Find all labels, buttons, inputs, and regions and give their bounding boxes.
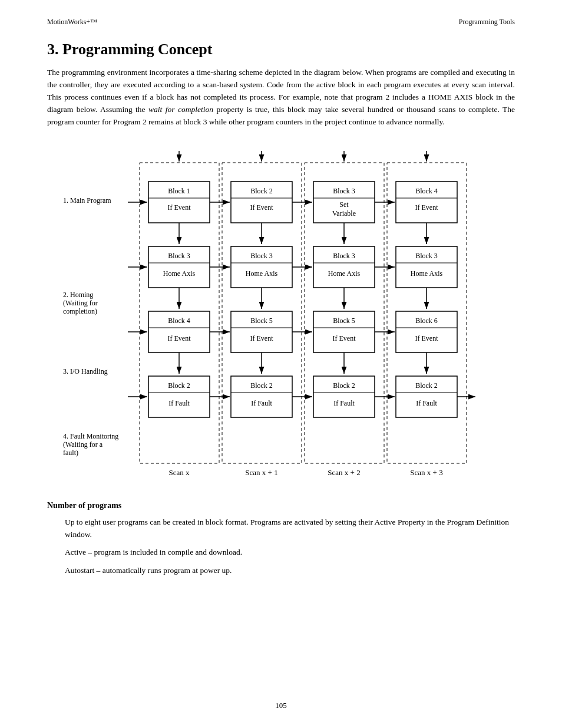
prog-label-2b: (Waiting for <box>63 299 98 307</box>
block2-col2-row4-title: Block 2 <box>250 381 273 390</box>
prog-label-2c: completion) <box>63 307 97 315</box>
block3-col4-row2-title: Block 3 <box>415 252 438 260</box>
block4-col1-row3-label: If Event <box>168 334 191 342</box>
block1-col1-title: Block 1 <box>168 187 190 195</box>
scan-label-1: Scan x <box>168 468 190 477</box>
block4-col1-row3-title: Block 4 <box>168 317 190 325</box>
prog-label-4b: (Waiting for a <box>63 440 103 449</box>
block3-col3-row2-label: Home Axis <box>328 269 361 278</box>
prog-label-4a: 4. Fault Monitoring <box>63 432 118 440</box>
block2-col2-row4-label: If Fault <box>251 399 272 407</box>
block3-col4-row2-label: Home Axis <box>411 269 443 278</box>
block5-col3-row3-label: If Event <box>333 334 356 342</box>
prog-label-3: 3. I/O Handling <box>63 367 108 375</box>
block3-col3-row1-label1: Set <box>339 200 349 209</box>
block2-col1-row4-title: Block 2 <box>168 381 190 390</box>
section-text-1: Up to eight user programs can be created… <box>65 516 515 541</box>
block3-col3-row2-title: Block 3 <box>333 252 355 260</box>
block3-col2-row2-title: Block 3 <box>250 252 273 260</box>
block2-col3-row4-title: Block 2 <box>333 381 355 390</box>
block5-col3-row3-title: Block 5 <box>333 317 355 325</box>
diagram-container: 1. Main Program 2. Homing (Waiting for c… <box>63 139 499 489</box>
header-right: Programming Tools <box>459 18 515 27</box>
page-footer: 105 <box>0 701 562 710</box>
section-text-3: Autostart – automatically runs program a… <box>65 565 515 577</box>
diagram-svg: 1. Main Program 2. Homing (Waiting for c… <box>63 139 499 487</box>
section-text-2: Active – program is included in compile … <box>65 546 515 559</box>
block6-col4-row3-title: Block 6 <box>415 317 438 325</box>
prog-label-4c: fault) <box>63 449 78 457</box>
header-left: MotionWorks+™ <box>47 18 97 27</box>
block2-col3-row4-label: If Fault <box>333 399 355 407</box>
block5-col2-row3-label: If Event <box>250 334 274 342</box>
block2-col2-row1-label: If Event <box>250 203 274 212</box>
page-header: MotionWorks+™ Programming Tools <box>47 18 515 29</box>
block4-col4-row1-label: If Event <box>415 203 439 212</box>
block6-col4-row3-label: If Event <box>415 334 439 342</box>
scan-label-3: Scan x + 2 <box>328 468 360 477</box>
scan-label-2: Scan x + 1 <box>245 468 277 477</box>
block2-col4-row4-title: Block 2 <box>415 381 438 390</box>
page-title: 3. Programming Concept <box>47 41 515 58</box>
block3-col1-row2-label: Home Axis <box>163 269 196 278</box>
prog-label-1: 1. Main Program <box>63 196 111 205</box>
prog-label-2a: 2. Homing <box>63 291 93 299</box>
page: MotionWorks+™ Programming Tools 3. Progr… <box>0 0 562 728</box>
body-paragraph: The programming environment incorporates… <box>47 67 515 129</box>
block4-col4-row1-title: Block 4 <box>415 187 438 195</box>
block2-col1-row4-label: If Fault <box>168 399 190 407</box>
block5-col2-row3-title: Block 5 <box>250 317 273 325</box>
block3-col1-row2-title: Block 3 <box>168 252 190 260</box>
section-heading: Number of programs <box>47 501 515 510</box>
scan-label-4: Scan x + 3 <box>410 468 442 477</box>
block1-col1-label: If Event <box>168 203 191 212</box>
block3-col3-row1-label2: Variable <box>332 209 356 218</box>
block2-col2-row1-title: Block 2 <box>250 187 273 195</box>
block3-col2-row2-label: Home Axis <box>246 269 278 278</box>
block3-col3-row1-title: Block 3 <box>333 187 355 195</box>
block2-col4-row4-label: If Fault <box>416 399 437 407</box>
